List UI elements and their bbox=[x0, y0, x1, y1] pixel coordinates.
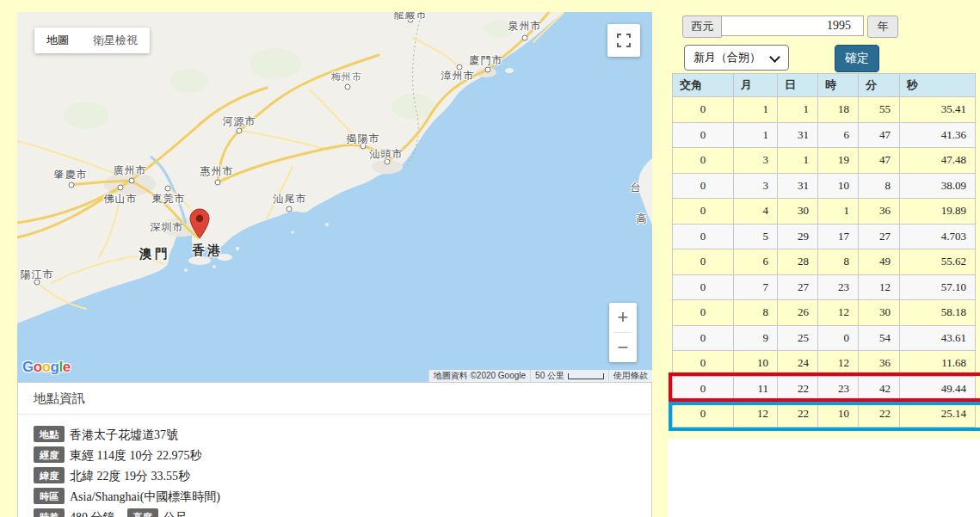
city-label: 佛山市 bbox=[104, 192, 138, 206]
location-info-body: 地點香港太子花墟道37號 經度東經 114度 10分 22.975秒 緯度北緯 … bbox=[18, 415, 651, 517]
header-angle: 交角 bbox=[673, 74, 734, 97]
cell-day: 31 bbox=[778, 122, 818, 148]
cell-angle: 0 bbox=[673, 249, 734, 275]
cell-day: 28 bbox=[778, 249, 818, 275]
cell-minute: 30 bbox=[859, 300, 900, 326]
cell-month: 6 bbox=[734, 249, 778, 275]
location-info-row: 時差480 分鐘高度公尺 bbox=[34, 508, 636, 517]
location-pin-icon bbox=[189, 208, 210, 239]
table-row: 0 7 27 23 12 57.10 bbox=[673, 274, 976, 300]
city-dot bbox=[522, 35, 528, 41]
cell-month: 7 bbox=[734, 274, 778, 300]
city-dot bbox=[69, 182, 75, 188]
fullscreen-icon bbox=[616, 33, 632, 48]
era-label: 西元 bbox=[682, 15, 723, 38]
table-row: 0 6 28 8 49 55.62 bbox=[673, 249, 976, 275]
city-label: 汕尾市 bbox=[274, 192, 307, 206]
cell-angle: 0 bbox=[673, 274, 734, 300]
info-value: 香港太子花墟道37號 bbox=[70, 428, 178, 441]
info-badge: 經度 bbox=[34, 446, 65, 463]
table-row: 0 4 30 1 36 19.89 bbox=[673, 199, 976, 225]
cell-second: 41.36 bbox=[900, 122, 976, 148]
table-row: 0 1 31 6 47 41.36 bbox=[673, 122, 976, 148]
city-dot bbox=[485, 67, 491, 73]
city-dot bbox=[345, 84, 351, 90]
info-value: 東經 114度 10分 22.975秒 bbox=[70, 449, 201, 462]
info-badge: 地點 bbox=[34, 426, 65, 442]
location-info-row: 經度東經 114度 10分 22.975秒 bbox=[34, 446, 636, 463]
cell-second: 43.61 bbox=[900, 325, 976, 351]
cell-hour: 12 bbox=[818, 300, 859, 326]
table-header-row: 交角 月 日 時 分 秒 bbox=[673, 74, 976, 97]
table-row: 0 9 25 0 54 43.61 bbox=[673, 325, 976, 351]
map-scale-bar bbox=[568, 373, 604, 379]
city-label: 東莞市 bbox=[152, 192, 186, 206]
location-info-row: 時區Asia/Shanghai(中國標準時間) bbox=[34, 488, 636, 504]
map-type-map-button[interactable]: 地圖 bbox=[34, 33, 81, 48]
year-input[interactable] bbox=[721, 15, 864, 36]
cell-hour: 0 bbox=[818, 325, 859, 351]
city-label: 泉州市 bbox=[508, 19, 542, 34]
google-logo-letter: G bbox=[22, 359, 34, 375]
cell-minute: 47 bbox=[859, 122, 900, 148]
map-type-satellite-button[interactable]: 衛星檢視 bbox=[81, 33, 150, 48]
map-type-control: 地圖 衛星檢視 bbox=[34, 28, 150, 53]
moon-phase-select[interactable]: 新月（合朔） bbox=[684, 45, 789, 71]
map-scale: 50 公里 bbox=[530, 370, 608, 382]
location-info-row: 地點香港太子花墟道37號 bbox=[34, 426, 636, 442]
city-label: 廈門市 bbox=[470, 53, 503, 68]
city-label: 陽江市 bbox=[21, 268, 54, 282]
cell-angle: 0 bbox=[673, 325, 734, 351]
cell-angle: 0 bbox=[673, 122, 734, 148]
blue-highlight-box bbox=[669, 402, 980, 431]
cell-second: 4.703 bbox=[900, 224, 976, 249]
city-label: 龍巖市 bbox=[394, 12, 428, 22]
zoom-out-button[interactable]: − bbox=[609, 333, 637, 362]
location-info-panel: 地點資訊 地點香港太子花墟道37號 經度東經 114度 10分 22.975秒 … bbox=[17, 382, 652, 517]
header-second: 秒 bbox=[900, 74, 976, 97]
cell-angle: 0 bbox=[673, 300, 734, 326]
terms-link[interactable]: 使用條款 bbox=[608, 370, 652, 382]
table-row: 0 3 31 10 8 38.09 bbox=[673, 173, 976, 199]
info-badge: 時區 bbox=[34, 488, 65, 504]
cell-hour: 1 bbox=[818, 199, 859, 225]
confirm-button[interactable]: 確定 bbox=[835, 45, 879, 72]
city-label: 澳門 bbox=[139, 246, 170, 262]
info-value-2: 公尺 bbox=[163, 511, 188, 517]
cell-month: 9 bbox=[734, 325, 778, 351]
cell-second: 19.89 bbox=[900, 199, 976, 225]
header-minute: 分 bbox=[859, 74, 900, 97]
cell-second: 55.62 bbox=[900, 249, 976, 275]
cell-angle: 0 bbox=[673, 173, 734, 199]
cell-hour: 6 bbox=[818, 122, 859, 148]
city-label: 高 bbox=[637, 212, 648, 226]
google-logo-letter: e bbox=[63, 359, 71, 375]
cell-month: 8 bbox=[734, 300, 778, 326]
zoom-in-button[interactable]: + bbox=[609, 303, 637, 332]
cell-angle: 0 bbox=[673, 97, 734, 123]
cell-month: 3 bbox=[734, 173, 778, 199]
red-highlight-box bbox=[669, 372, 980, 402]
table-row: 0 5 29 17 27 4.703 bbox=[673, 224, 976, 249]
cell-hour: 10 bbox=[818, 173, 859, 199]
cell-angle: 0 bbox=[673, 199, 734, 225]
city-dot bbox=[165, 186, 171, 192]
city-label: 河源市 bbox=[223, 114, 256, 129]
google-logo-letter: o bbox=[34, 359, 42, 375]
moon-phase-selected-value: 新月（合朔） bbox=[693, 50, 761, 65]
city-dot bbox=[129, 178, 135, 184]
cell-second: 35.41 bbox=[900, 97, 976, 123]
google-logo[interactable]: Google bbox=[22, 359, 71, 376]
cell-month: 1 bbox=[734, 122, 778, 148]
cell-hour: 17 bbox=[818, 224, 859, 249]
cell-second: 57.10 bbox=[900, 274, 976, 300]
fullscreen-button[interactable] bbox=[607, 24, 640, 57]
city-label: 梅州市 bbox=[331, 71, 362, 83]
map-attribution: 地圖資料 ©2020 Google bbox=[428, 370, 530, 382]
city-label: 惠州市 bbox=[200, 164, 234, 179]
cell-day: 29 bbox=[778, 224, 818, 249]
cell-minute: 12 bbox=[859, 274, 900, 300]
info-value: 北緯 22度 19分 33.55秒 bbox=[70, 470, 190, 483]
header-hour: 時 bbox=[818, 74, 859, 97]
google-map[interactable]: 龍巖市泉州市廈門市漳州市梅州市河源市揭陽市汕頭市惠州市汕尾市廣州市肇慶市佛山市東… bbox=[17, 12, 652, 382]
